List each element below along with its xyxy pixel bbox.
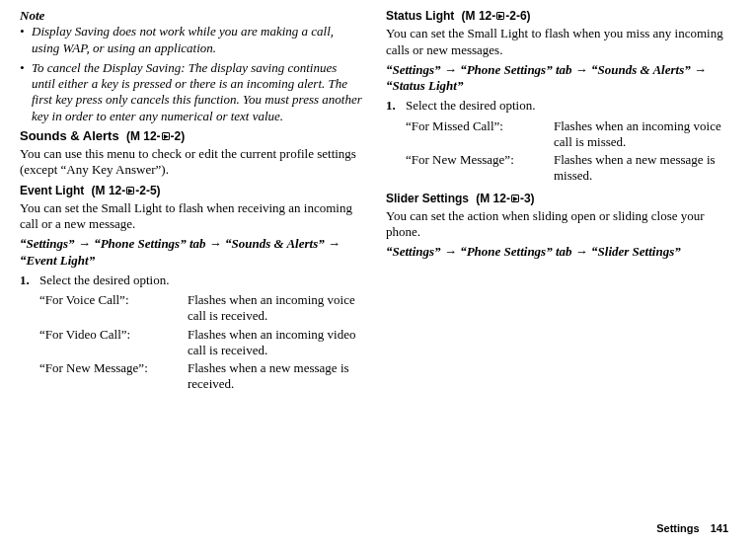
note-text: To cancel the Display Saving: The displa… bbox=[32, 60, 362, 124]
nav-segment: “Sounds & Alerts” bbox=[591, 62, 691, 77]
option-value: Flashes when an incoming video call is r… bbox=[188, 327, 362, 361]
step-item: 1.Select the desired option. bbox=[20, 273, 362, 288]
menu-code: (M 12--2-6) bbox=[462, 9, 531, 23]
table-row: “For New Message”:Flashes when a new mes… bbox=[406, 152, 728, 187]
page-number: 141 bbox=[711, 522, 728, 534]
code-suffix: -2-6) bbox=[505, 9, 530, 23]
code-suffix: -3) bbox=[520, 192, 535, 205]
sounds-alerts-desc: You can use this menu to check or edit t… bbox=[20, 146, 362, 179]
option-key: “For Video Call”: bbox=[39, 327, 188, 361]
note-text: Display Saving does not work while you a… bbox=[32, 24, 362, 56]
nav-segment: “Status Light” bbox=[386, 78, 463, 93]
status-light-header: Status Light (M 12--2-6) bbox=[386, 8, 728, 24]
nav-segment: “Phone Settings” tab bbox=[460, 244, 571, 259]
nav-path: “Settings” → “Phone Settings” tab → “Sli… bbox=[386, 244, 728, 260]
code-prefix: (M 12- bbox=[126, 129, 161, 143]
status-light-desc: You can set the Small Light to flash whe… bbox=[386, 26, 728, 58]
option-key: “For New Message”: bbox=[406, 152, 554, 187]
code-prefix: (M 12- bbox=[92, 184, 126, 197]
option-key: “For Voice Call”: bbox=[39, 292, 188, 327]
code-prefix: (M 12- bbox=[462, 9, 496, 23]
right-arrow-icon bbox=[162, 132, 170, 140]
option-value: Flashes when an incoming voice call is r… bbox=[188, 292, 362, 327]
menu-code: (M 12--3) bbox=[476, 192, 534, 205]
menu-code: (M 12--2-5) bbox=[92, 184, 161, 197]
step-text: Select the desired option. bbox=[39, 273, 169, 288]
nav-segment: “Settings” bbox=[20, 236, 75, 251]
option-value: Flashes when an incoming voice call is m… bbox=[554, 118, 728, 153]
option-key: “For New Message”: bbox=[39, 360, 188, 395]
step-list: 1.Select the desired option. bbox=[20, 273, 362, 288]
note-list: •Display Saving does not work while you … bbox=[20, 24, 362, 124]
note-heading: Note bbox=[20, 8, 362, 24]
nav-path: “Settings” → “Phone Settings” tab → “Sou… bbox=[20, 236, 362, 269]
right-column: Status Light (M 12--2-6) You can set the… bbox=[386, 8, 728, 395]
note-item: •To cancel the Display Saving: The displ… bbox=[20, 60, 362, 124]
nav-segment: “Settings” bbox=[386, 244, 441, 259]
nav-segment: “Slider Settings” bbox=[591, 244, 681, 259]
event-light-header: Event Light (M 12--2-5) bbox=[20, 183, 362, 198]
subsection-title: Event Light bbox=[20, 184, 84, 197]
option-key: “For Missed Call”: bbox=[406, 118, 554, 153]
table-row: “For New Message”:Flashes when a new mes… bbox=[39, 360, 362, 395]
nav-path: “Settings” → “Phone Settings” tab → “Sou… bbox=[386, 62, 728, 95]
option-value: Flashes when a new message is missed. bbox=[554, 152, 728, 187]
nav-segment: “Sounds & Alerts” bbox=[225, 236, 325, 251]
slider-settings-desc: You can set the action when sliding open… bbox=[386, 208, 728, 241]
page-footer: Settings 141 bbox=[656, 522, 728, 536]
nav-segment: “Phone Settings” tab bbox=[460, 62, 571, 77]
left-column: Note •Display Saving does not work while… bbox=[20, 8, 362, 395]
code-suffix: -2) bbox=[171, 129, 186, 143]
step-list: 1.Select the desired option. bbox=[386, 98, 728, 114]
subsection-title: Slider Settings bbox=[386, 192, 469, 205]
step-text: Select the desired option. bbox=[406, 98, 535, 114]
code-prefix: (M 12- bbox=[476, 192, 510, 205]
menu-code: (M 12--2) bbox=[126, 129, 185, 143]
nav-segment: “Event Light” bbox=[20, 253, 95, 268]
options-table: “For Missed Call”:Flashes when an incomi… bbox=[406, 118, 728, 187]
slider-settings-header: Slider Settings (M 12--3) bbox=[386, 191, 728, 206]
code-suffix: -2-5) bbox=[135, 184, 160, 197]
subsection-title: Status Light bbox=[386, 9, 454, 23]
sounds-alerts-header: Sounds & Alerts (M 12--2) bbox=[20, 128, 362, 144]
event-light-desc: You can set the Small Light to flash whe… bbox=[20, 200, 362, 233]
options-table: “For Voice Call”:Flashes when an incomin… bbox=[39, 292, 362, 395]
option-value: Flashes when a new message is received. bbox=[188, 360, 362, 395]
right-arrow-icon bbox=[511, 195, 519, 202]
section-title: Sounds & Alerts bbox=[20, 128, 119, 143]
table-row: “For Missed Call”:Flashes when an incomi… bbox=[406, 118, 728, 153]
footer-section-label: Settings bbox=[656, 522, 699, 534]
table-row: “For Voice Call”:Flashes when an incomin… bbox=[39, 292, 362, 327]
content-columns: Note •Display Saving does not work while… bbox=[20, 8, 728, 395]
right-arrow-icon bbox=[126, 187, 134, 195]
nav-segment: “Phone Settings” tab bbox=[94, 236, 205, 251]
note-item: •Display Saving does not work while you … bbox=[20, 24, 362, 56]
table-row: “For Video Call”:Flashes when an incomin… bbox=[39, 327, 362, 361]
nav-segment: “Settings” bbox=[386, 62, 441, 77]
right-arrow-icon bbox=[496, 12, 504, 20]
step-item: 1.Select the desired option. bbox=[386, 98, 728, 114]
